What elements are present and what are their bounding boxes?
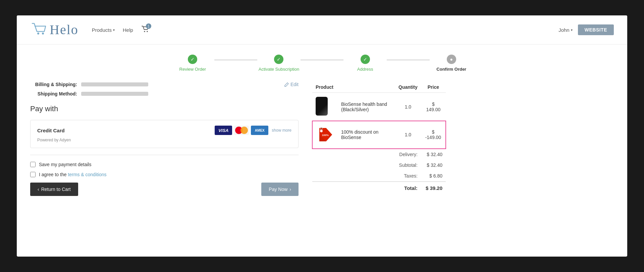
progress-steps-section: ✓ Review Order ✓ Activate Subscription ✓…: [17, 45, 627, 78]
col-quantity-label: Quantity: [398, 84, 418, 90]
product-img-cell: [312, 93, 338, 121]
svg-point-4: [320, 130, 323, 132]
billing-section: Billing & Shipping: Edit Shipping Method…: [30, 82, 299, 96]
col-price-header: Price: [421, 82, 446, 93]
page-wrapper: Helo Products ▾ Help 1: [17, 15, 627, 257]
billing-value-bar: [81, 82, 148, 86]
edit-link[interactable]: Edit: [284, 82, 299, 87]
show-more-link[interactable]: show more: [272, 128, 291, 133]
shipping-label: Shipping Method:: [30, 91, 77, 96]
cc-icons-group: VISA AMEX show more: [215, 126, 291, 135]
agree-tc-checkbox[interactable]: [30, 172, 36, 177]
cart-count-badge: 1: [146, 23, 151, 29]
products-chevron-icon: ▾: [113, 28, 115, 32]
svg-point-2: [144, 31, 145, 32]
taxes-label: Taxes:: [404, 173, 417, 179]
order-table: Product Quantity Price: [312, 82, 446, 194]
nav-help[interactable]: Help: [123, 27, 133, 33]
nav-area: Products ▾ Help 1: [92, 25, 558, 34]
delivery-label: Delivery:: [399, 152, 417, 157]
return-to-cart-button[interactable]: ‹ Return to Cart: [30, 183, 78, 196]
product-qty-cell: 1.0: [395, 93, 421, 121]
discount-tag-icon: 100%: [317, 126, 334, 143]
cart-logo-icon: [30, 21, 48, 39]
agree-prefix-label: I agree to the terms & conditions: [39, 172, 107, 177]
taxes-row: Taxes: $ 6.80: [312, 171, 446, 182]
total-label: Total:: [404, 185, 418, 191]
main-content: Billing & Shipping: Edit Shipping Method…: [17, 78, 627, 257]
logo-area: Helo: [30, 21, 78, 39]
credit-card-section: Credit Card VISA AMEX show more Powered …: [30, 120, 299, 148]
col-price-label: Price: [428, 84, 439, 90]
product-price: $ 149.00: [426, 101, 440, 112]
nav-products-label: Products: [92, 27, 112, 33]
taxes-value: $ 6.80: [429, 173, 442, 179]
step-connector-3: [387, 60, 430, 60]
save-details-label: Save my payment details: [39, 162, 91, 167]
delivery-value-cell: $ 32.40: [421, 149, 446, 160]
col-product-header: Product: [312, 82, 395, 93]
step-connector-2: [301, 60, 344, 60]
step-circle-address: ✓: [361, 55, 370, 64]
table-row: BioSense health band (Black/Silver) 1.0 …: [312, 93, 446, 121]
shipping-row: Shipping Method:: [30, 91, 299, 96]
taxes-label-cell: Taxes:: [312, 171, 421, 182]
header-right: John ▾ WEBSITE: [558, 24, 614, 35]
discount-qty-cell: 1.0: [395, 121, 421, 149]
step-confirm-order: ● Confirm Order: [430, 55, 473, 72]
total-value: $ 39.20: [426, 185, 442, 191]
cart-button[interactable]: 1: [141, 25, 149, 34]
left-panel: Billing & Shipping: Edit Shipping Method…: [30, 82, 299, 250]
col-product-label: Product: [316, 84, 333, 90]
step-label-activate: Activate Subscription: [259, 67, 299, 72]
edit-icon: [284, 82, 289, 87]
subtotal-label-cell: Subtotal:: [312, 160, 421, 171]
svg-text:100%: 100%: [322, 134, 328, 137]
product-name: BioSense health band (Black/Silver): [341, 101, 387, 112]
subtotal-label: Subtotal:: [399, 162, 418, 168]
step-review-order: ✓ Review Order: [171, 55, 214, 72]
billing-label: Billing & Shipping:: [30, 82, 77, 87]
powered-by-label: Powered by Adyen: [37, 138, 291, 142]
discount-tag-image: 100%: [316, 125, 334, 144]
discount-name: 100% discount on BioSense: [341, 129, 378, 140]
step-circle-review: ✓: [188, 55, 197, 64]
step-label-confirm: Confirm Order: [436, 67, 466, 72]
amex-icon: AMEX: [251, 126, 268, 135]
save-details-checkbox[interactable]: [30, 162, 36, 167]
credit-card-label: Credit Card: [37, 128, 65, 133]
svg-point-0: [37, 32, 39, 35]
header: Helo Products ▾ Help 1: [17, 15, 627, 45]
visa-icon: VISA: [215, 126, 232, 135]
user-menu[interactable]: John ▾: [558, 27, 573, 33]
discount-name-cell: 100% discount on BioSense: [338, 121, 395, 149]
tc-link[interactable]: terms & conditions: [68, 172, 106, 177]
delivery-row: Delivery: $ 32.40: [312, 149, 446, 160]
billing-row: Billing & Shipping: Edit: [30, 82, 299, 87]
shipping-value-bar: [81, 92, 148, 96]
cart-count-value: 1: [148, 24, 150, 28]
return-chevron-icon: ‹: [38, 187, 39, 192]
svg-point-3: [147, 31, 148, 32]
table-row: 100% 100% discount on BioSense 1.0: [312, 121, 446, 149]
logo-brand-text: Helo: [50, 23, 78, 37]
discount-img-cell: 100%: [312, 121, 338, 149]
step-address: ✓ Address: [343, 55, 387, 72]
subtotal-value-cell: $ 32.40: [421, 160, 446, 171]
cc-header: Credit Card VISA AMEX show more: [37, 126, 291, 135]
delivery-label-cell: Delivery:: [312, 149, 421, 160]
website-button[interactable]: WEBSITE: [578, 24, 614, 35]
svg-point-1: [42, 32, 44, 35]
step-circle-confirm: ●: [447, 55, 456, 64]
step-circle-activate: ✓: [274, 55, 283, 64]
step-label-review: Review Order: [179, 67, 206, 72]
bottom-buttons: ‹ Return to Cart Pay Now ›: [30, 183, 299, 196]
save-details-row: Save my payment details: [30, 162, 299, 167]
pay-now-button[interactable]: Pay Now ›: [261, 183, 299, 196]
total-label-cell: Total:: [312, 182, 421, 194]
nav-products[interactable]: Products ▾: [92, 27, 115, 33]
pay-now-chevron-icon: ›: [289, 187, 291, 192]
delivery-value: $ 32.40: [427, 152, 442, 157]
product-price-cell: $ 149.00: [421, 93, 446, 121]
progress-steps: ✓ Review Order ✓ Activate Subscription ✓…: [171, 55, 473, 72]
